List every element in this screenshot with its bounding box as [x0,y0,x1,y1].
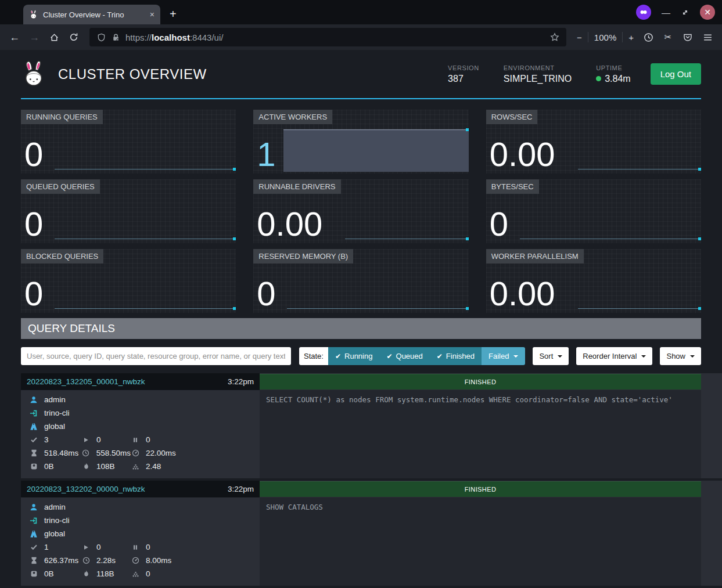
version-meta: VERSION 387 [448,64,479,84]
query-row: 20220823_132202_00000_nwbzk 3:22pm FINIS… [21,481,722,586]
stat-card-worker-parallelism: WORKER PARALLELISM 0.00 [486,249,701,313]
splits-completed-check-icon [29,543,38,551]
stat-card-reserved-memory: RESERVED MEMORY (B) 0 [253,249,468,313]
blocked-time-gauge-icon [131,449,140,457]
query-sql-text: SELECT COUNT(*) as nodes FROM system.run… [260,390,701,478]
window-minimize-button[interactable]: — [662,8,670,17]
show-dropdown[interactable]: Show [660,347,701,365]
trino-favicon-icon [29,10,38,20]
home-button[interactable] [45,28,63,46]
sparkline [345,239,467,239]
tab-close-icon[interactable]: × [150,10,155,19]
query-status-bar: FINISHED [260,374,701,389]
filter-finished-button[interactable]: ✔ Finished [430,347,482,365]
query-resource-group: global [44,529,65,538]
screenshot-icon[interactable]: ✂ [659,28,677,46]
resource-group-road-icon [29,530,38,538]
bookmark-star-icon[interactable] [550,33,559,42]
wall-time-hourglass-icon [29,449,38,457]
splits-running-play-icon [81,437,91,443]
sparkline [55,308,235,309]
query-time: 3:22pm [228,377,254,386]
splits-completed-check-icon [29,436,38,443]
splits-running-play-icon [81,544,91,551]
forward-button: → [26,28,43,46]
history-icon[interactable] [640,28,657,46]
user-icon [29,503,38,511]
sparkline [55,239,235,239]
browser-tab[interactable]: Cluster Overview - Trino × [23,5,160,24]
query-filter-toolbar: State: ✔ Running ✔ Queued ✔ Finished Fai… [21,347,701,365]
query-details-header: QUERY DETAILS [21,318,701,339]
browser-toolbar: ← → https://localhost:8443/ui/ [0,24,722,50]
stat-card-blocked-queries: BLOCKED QUERIES 0 [21,249,236,313]
chevron-down-icon [690,355,695,358]
query-row: 20220823_132205_00001_nwbzk 3:22pm FINIS… [21,373,722,478]
menu-hamburger-icon[interactable] [699,28,716,46]
cluster-stats-grid: RUNNING QUERIES 0 ACTIVE WORKERS 1 ROWS/… [21,110,701,313]
url-bar[interactable]: https://localhost:8443/ui/ [89,28,566,46]
source-login-icon [29,409,38,417]
stat-card-running-queries: RUNNING QUERIES 0 [21,110,236,174]
query-source: trino-cli [44,409,70,417]
trino-logo [21,60,48,89]
query-id-link[interactable]: 20220823_132202_00000_nwbzk [27,485,145,493]
reload-button[interactable] [65,28,82,46]
page-title: CLUSTER OVERVIEW [58,66,207,82]
splits-queued-pause-icon [131,544,140,551]
back-button[interactable]: ← [6,28,23,46]
logout-button[interactable]: Log Out [651,63,701,85]
site-header: CLUSTER OVERVIEW VERSION 387 ENVIRONMENT… [21,50,701,99]
query-resource-group: global [44,422,65,431]
sparkline [287,308,467,309]
new-tab-button[interactable]: + [170,8,177,21]
blocked-time-gauge-icon [131,557,140,564]
trino-page: CLUSTER OVERVIEW VERSION 387 ENVIRONMENT… [0,50,722,588]
stat-card-bytes-sec: BYTES/SEC 0 [486,179,701,243]
sparkline [578,169,700,169]
cpu-time-clock-icon [81,557,91,564]
chevron-down-icon [641,355,646,358]
cumulative-memory-flame-icon [81,463,91,470]
query-user: admin [44,395,66,404]
zoom-level[interactable]: 100% [594,33,616,42]
uptime-status-dot [596,76,601,81]
sparkline [520,239,700,239]
current-memory-scale-icon [29,463,38,470]
state-filter-label: State: [299,347,328,365]
query-search-input[interactable] [21,347,291,365]
resource-group-road-icon [29,423,38,431]
user-icon [29,396,38,404]
filter-queued-button[interactable]: ✔ Queued [379,347,429,365]
chevron-down-icon [558,355,562,358]
environment-meta: ENVIRONMENT SIMPLE_TRINO [504,64,572,84]
window-close-button[interactable]: ✕ [700,5,715,20]
lock-warning-icon[interactable] [111,33,120,42]
window-restore-button[interactable] [681,8,689,17]
reorder-interval-dropdown[interactable]: Reorder Interval [576,347,652,365]
sort-dropdown[interactable]: Sort [533,347,569,365]
splits-queued-pause-icon [131,437,140,443]
sparkline [578,308,700,309]
wall-time-hourglass-icon [29,557,38,564]
query-time: 3:22pm [228,485,254,493]
sparkline [55,169,235,169]
query-id-link[interactable]: 20220823_132205_00001_nwbzk [27,377,145,386]
url-text[interactable]: https://localhost:8443/ui/ [125,33,545,42]
stat-card-runnable-drivers: RUNNABLE DRIVERS 0.00 [253,179,468,243]
zoom-out-button[interactable]: − [577,33,582,42]
stat-card-active-workers: ACTIVE WORKERS 1 [253,110,468,174]
check-icon: ✔ [386,352,392,360]
query-source: trino-cli [44,516,70,525]
pocket-icon[interactable] [679,28,696,46]
check-icon: ✔ [335,352,341,360]
check-icon: ✔ [437,352,443,360]
filter-failed-dropdown[interactable]: Failed [482,347,525,365]
query-sql-text: SHOW CATALOGS [260,497,701,586]
tracking-shield-icon[interactable] [96,33,106,42]
current-memory-scale-icon [29,570,38,578]
filter-running-button[interactable]: ✔ Running [328,347,380,365]
sparkline-area [283,129,468,172]
zoom-in-button[interactable]: + [628,33,634,42]
source-login-icon [29,517,38,525]
